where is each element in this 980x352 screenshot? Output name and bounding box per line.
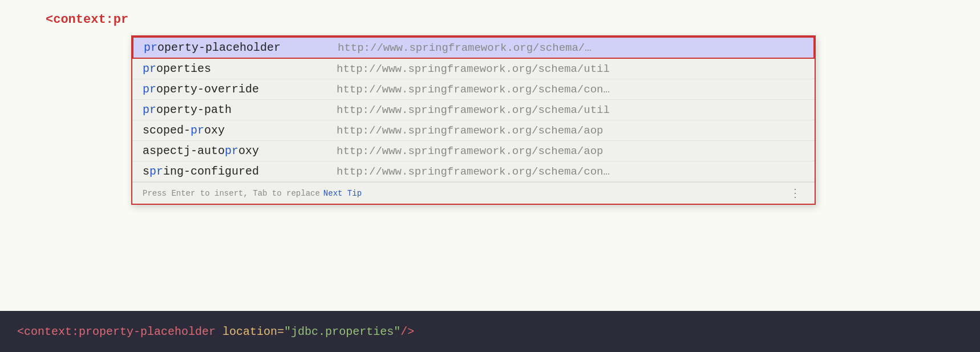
more-options-icon[interactable]: ⋮ — [786, 186, 804, 200]
autocomplete-item-1[interactable]: properties http://www.springframework.or… — [132, 59, 815, 79]
item-url-1: http://www.springframework.org/schema/ut… — [337, 63, 610, 75]
status-attr-name: location= — [222, 325, 284, 338]
item-name-4: scoped-proxy — [143, 124, 337, 137]
status-attr-value: "jdbc.properties" — [284, 325, 400, 338]
item-name-5: aspectj-autoproxy — [143, 144, 337, 157]
autocomplete-item-0[interactable]: property-placeholder http://www.springfr… — [132, 37, 815, 59]
tag-bracket: < — [46, 13, 53, 27]
item-url-6: http://www.springframework.org/schema/co… — [337, 165, 610, 178]
editor-current-line: <context:pr — [46, 10, 980, 29]
status-code-line: <context:property-placeholder location="… — [17, 325, 414, 338]
status-tag-close: /> — [400, 325, 414, 338]
autocomplete-item-2[interactable]: property-override http://www.springframe… — [132, 79, 815, 100]
item-url-2: http://www.springframework.org/schema/co… — [337, 83, 610, 96]
footer-hint: Press Enter to insert, Tab to replace Ne… — [143, 189, 362, 198]
item-name-1: properties — [143, 62, 337, 75]
autocomplete-item-3[interactable]: property-path http://www.springframework… — [132, 100, 815, 120]
item-name-6: spring-configured — [143, 165, 337, 178]
status-tag-open: <context:property-placeholder — [17, 325, 216, 338]
status-bar: <context:property-placeholder location="… — [0, 311, 980, 352]
item-name-3: property-path — [143, 103, 337, 116]
autocomplete-footer: Press Enter to insert, Tab to replace Ne… — [132, 182, 815, 204]
next-tip-button[interactable]: Next Tip — [323, 189, 362, 198]
autocomplete-item-5[interactable]: aspectj-autoproxy http://www.springframe… — [132, 141, 815, 161]
editor-area: <context:pr property-placeholder http://… — [0, 0, 980, 311]
hint-text: Press Enter to insert, Tab to replace — [143, 189, 320, 198]
autocomplete-dropdown: property-placeholder http://www.springfr… — [131, 35, 816, 205]
item-url-5: http://www.springframework.org/schema/ao… — [337, 145, 603, 157]
item-name-2: property-override — [143, 83, 337, 96]
item-url-0: http://www.springframework.org/schema/… — [338, 42, 592, 54]
item-url-4: http://www.springframework.org/schema/ao… — [337, 124, 603, 137]
item-url-3: http://www.springframework.org/schema/ut… — [337, 104, 610, 116]
autocomplete-item-6[interactable]: spring-configured http://www.springframe… — [132, 161, 815, 182]
tag-text: context:pr — [53, 13, 128, 27]
item-name-0: property-placeholder — [144, 41, 338, 54]
autocomplete-item-4[interactable]: scoped-proxy http://www.springframework.… — [132, 120, 815, 141]
